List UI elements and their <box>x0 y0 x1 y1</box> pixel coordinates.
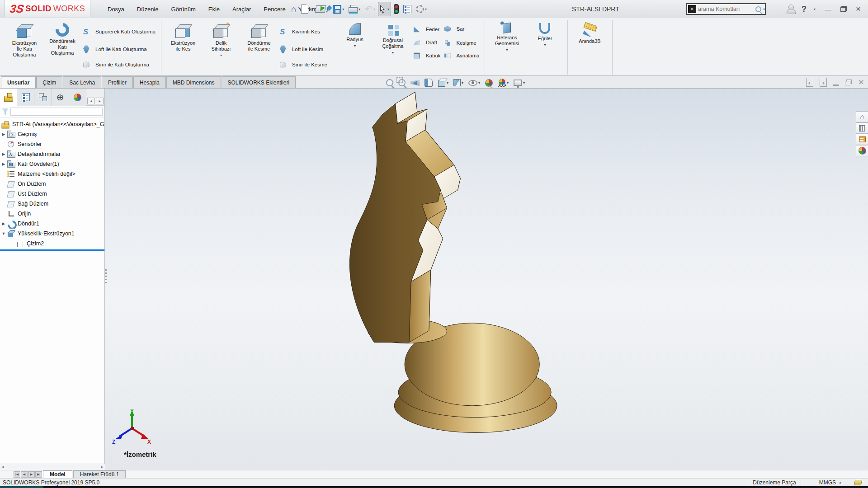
mirror-button[interactable]: Aynalama <box>443 51 481 60</box>
dropdown-icon[interactable]: ▾ <box>506 48 508 52</box>
prev-tab-button[interactable]: ◀ <box>21 471 28 478</box>
expander-collapsed-icon[interactable]: ▶ <box>0 132 7 136</box>
dropdown-icon[interactable]: ▾ <box>462 81 463 85</box>
menu-item-dosya[interactable]: Dosya <box>103 4 129 14</box>
tab-çizim[interactable]: Çizim <box>36 76 62 88</box>
display-style-button[interactable]: ▾ <box>453 78 464 87</box>
panel-tab-dimxpertmanager[interactable]: ⊕ <box>52 89 69 106</box>
linear-pattern-button[interactable]: Doğrusal Çoğaltma▾ <box>374 21 412 55</box>
collapse-left-pane-button[interactable] <box>806 78 813 87</box>
print-button[interactable]: ▾ <box>347 2 362 16</box>
last-tab-button[interactable]: ▶| <box>35 471 42 478</box>
dropdown-icon[interactable]: ▾ <box>387 7 389 11</box>
edit-appearance-button[interactable] <box>484 78 494 88</box>
scroll-right-icon[interactable]: ► <box>100 465 104 469</box>
apply-scene-button[interactable]: ▾ <box>497 78 509 88</box>
section-view-button[interactable] <box>424 78 434 88</box>
collapse-right-pane-button[interactable] <box>820 78 827 87</box>
revolve-cut-button[interactable]: Döndürme ile Kesme <box>240 21 278 58</box>
fillet-button[interactable]: Radyus▾ <box>336 21 374 48</box>
taskpane-appearances-scenes-button[interactable] <box>856 145 868 156</box>
dropdown-icon[interactable]: ▾ <box>309 7 311 11</box>
boundary-boss-button[interactable]: Sınır ile Katı Oluşturma <box>81 59 157 70</box>
3d-tag-icon[interactable] <box>854 480 863 485</box>
extrude-boss-button[interactable]: Ekstrüzyon İle Katı Oluşturma <box>5 21 43 64</box>
menu-item-ekle[interactable]: Ekle <box>204 4 224 14</box>
new-document-button[interactable]: ▾ <box>299 2 313 16</box>
tree-item-çizim2[interactable]: Çizim2 <box>0 239 104 249</box>
zoom-to-fit-button[interactable] <box>385 78 394 87</box>
search-dropdown-icon[interactable]: ▾ <box>763 7 765 11</box>
curves-button[interactable]: Eğriler▾ <box>526 21 564 47</box>
dropdown-icon[interactable]: ▾ <box>425 7 427 11</box>
tree-item-katı-gövdeler-1-[interactable]: ▶Katı Gövdeler(1) <box>0 159 104 169</box>
tree-root-item[interactable]: STR-At (Varsayılan<<Varsayılan>_Gör <box>0 119 104 129</box>
undo-button[interactable]: ↶▾ <box>363 2 377 16</box>
taskpane-home-button[interactable]: ⌂ <box>856 111 868 122</box>
tree-item-yükseklik-ekstrüzyon1[interactable]: ▼Yükseklik-Ekstrüzyon1 <box>0 229 104 239</box>
dropdown-icon[interactable]: ▾ <box>544 43 546 47</box>
zoom-to-area-button[interactable] <box>397 78 406 87</box>
tree-item-orijin[interactable]: Orijin <box>0 209 104 219</box>
model-tab-hareket-etüdü-1[interactable]: Hareket Etüdü 1 <box>73 470 126 478</box>
panel-tab-displaymanager[interactable] <box>69 89 86 106</box>
sweep-boss-button[interactable]: SSüpürerek Katı Oluşturma <box>81 23 157 40</box>
dropdown-icon[interactable]: ▾ <box>507 81 509 85</box>
dropdown-icon[interactable]: ▾ <box>326 7 328 11</box>
tree-item-sağ-düzlem[interactable]: Sağ Düzlem <box>0 199 104 209</box>
open-button[interactable]: ▾ <box>314 2 330 16</box>
wrap-button[interactable]: Sar <box>443 23 481 34</box>
hide-show-items-button[interactable]: ▾ <box>467 79 481 87</box>
expander-collapsed-icon[interactable]: ▶ <box>0 162 7 166</box>
dropdown-icon[interactable]: ▾ <box>359 7 360 11</box>
search-box[interactable]: > ▾ <box>686 3 766 15</box>
menu-item-araçlar[interactable]: Araçlar <box>228 4 255 14</box>
minimize-button[interactable]: — <box>822 5 834 13</box>
magnifier-icon[interactable] <box>755 6 761 12</box>
hole-wizard-button[interactable]: Delik Sihirbazı▾ <box>202 21 240 58</box>
restore-button[interactable] <box>840 6 847 12</box>
next-tab-button[interactable]: ▶ <box>28 471 35 478</box>
swept-cut-button[interactable]: SKıvrımlı Kes <box>278 23 329 40</box>
tree-item-üst-düzlem[interactable]: Üst Düzlem <box>0 189 104 199</box>
rollback-bar[interactable] <box>0 249 104 251</box>
tab-solidworks-eklentileri[interactable]: SOLIDWORKS Eklentileri <box>222 76 296 88</box>
tab-sac-levha[interactable]: Sac Levha <box>63 76 101 88</box>
view-orientation-button[interactable]: ▾ <box>437 78 449 88</box>
file-properties-button[interactable] <box>401 2 413 16</box>
tree-item-döndür1[interactable]: ▶Döndür1 <box>0 219 104 229</box>
expander-collapsed-icon[interactable]: ▶ <box>0 221 7 226</box>
panel-horizontal-scrollbar[interactable]: ◄ ► <box>0 464 105 470</box>
dropdown-icon[interactable]: ▾ <box>478 81 480 85</box>
tree-item-sensörler[interactable]: Sensörler <box>0 139 104 149</box>
tab-mbd-dimensions[interactable]: MBD Dimensions <box>166 76 221 88</box>
scroll-left-icon[interactable]: ◄ <box>1 465 5 469</box>
loft-boss-button[interactable]: Loft ile Katı Oluşturma <box>81 42 157 57</box>
tab-hesapla[interactable]: Hesapla <box>133 76 166 88</box>
doc-close-button[interactable]: ✕ <box>858 79 864 86</box>
dropdown-icon[interactable]: ▾ <box>447 81 448 85</box>
shell-button[interactable]: Kabuk <box>412 50 443 61</box>
save-button[interactable]: ▾ <box>331 2 346 16</box>
panel-tab-featuremanager[interactable] <box>0 89 17 106</box>
previous-view-button[interactable] <box>410 79 420 87</box>
revolve-boss-button[interactable]: Döndürerek Katı Oluşturma <box>43 21 81 62</box>
expander-collapsed-icon[interactable]: ▶ <box>0 152 7 156</box>
rebuild-button[interactable] <box>392 2 401 16</box>
intersect-button[interactable]: Kesişme <box>443 36 481 49</box>
dropdown-icon[interactable]: ▾ <box>523 81 525 85</box>
menu-item-görünüm[interactable]: Görünüm <box>167 4 200 14</box>
view-settings-button[interactable]: ▾ <box>513 79 526 87</box>
home-button[interactable]: ⌂ <box>289 2 298 16</box>
doc-minimize-button[interactable] <box>833 84 839 86</box>
dropdown-icon[interactable]: ▾ <box>220 53 222 57</box>
tree-item-detaylandırmalar[interactable]: ▶ADetaylandırmalar <box>0 149 104 159</box>
dropdown-icon[interactable]: ▾ <box>342 7 344 11</box>
units-selector[interactable]: MMGS ▲ <box>819 479 842 486</box>
lofted-cut-button[interactable]: Loft ile Kesim <box>278 42 329 57</box>
tab-unsurlar[interactable]: Unsurlar <box>1 76 36 88</box>
close-button[interactable]: × <box>853 4 863 14</box>
help-dropdown-icon[interactable]: ▾ <box>814 7 816 11</box>
select-button[interactable]: ▾ <box>378 2 391 16</box>
graphics-viewport[interactable]: Y X Z *İzometrik ⌂ <box>105 89 868 470</box>
